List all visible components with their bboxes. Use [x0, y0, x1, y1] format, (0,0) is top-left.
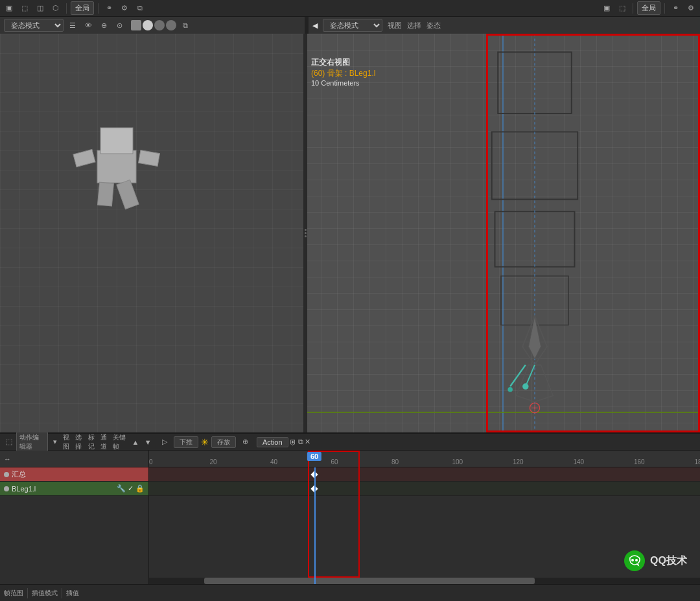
- view-btn[interactable]: 视图: [63, 433, 73, 451]
- options-icon-r[interactable]: ⚙: [684, 2, 697, 15]
- select-circle-icon[interactable]: ◫: [34, 2, 47, 15]
- bottom-left-toolbar: ⬚ 动作编辑器 ▾ 视图 选择 标记 通道 关键帧 ▲ ▼: [4, 432, 153, 453]
- close-icon[interactable]: ✕: [305, 438, 310, 446]
- bottom-toolbar: ⬚ 动作编辑器 ▾ 视图 选择 标记 通道 关键帧 ▲ ▼ ▷ 下推 ✳ 存放 …: [0, 434, 700, 451]
- select-box-icon[interactable]: ⬚: [18, 2, 31, 15]
- pose-mode-left[interactable]: 姿态模式: [4, 19, 64, 32]
- proportional-icon[interactable]: ⊙: [113, 19, 126, 32]
- svg-rect-4: [97, 182, 113, 206]
- left-viewport[interactable]: [0, 34, 305, 432]
- sep-dots: [305, 229, 307, 237]
- copy-icon[interactable]: ⧉: [298, 438, 303, 446]
- divider3: [633, 3, 633, 14]
- current-frame-container: 60: [314, 452, 329, 461]
- bottom-chevron[interactable]: ▾: [51, 436, 60, 449]
- divider2: [98, 3, 99, 14]
- shading-mat[interactable]: [154, 20, 165, 30]
- link-icon-r[interactable]: ⚭: [669, 2, 682, 15]
- channel-expand[interactable]: ↔: [4, 455, 11, 463]
- bottom-right-toolbar: ▷ 下推 ✳ 存放 ⊕ Action ⛨ ⧉ ✕: [156, 436, 696, 449]
- divider-vb1: [27, 588, 28, 598]
- view-menu[interactable]: 视图: [388, 21, 402, 30]
- up-arrow[interactable]: ▲: [130, 436, 140, 449]
- interp-mode-btn[interactable]: 插值模式: [32, 589, 58, 598]
- channel-btn[interactable]: 通道: [100, 433, 110, 451]
- action-name[interactable]: Action: [257, 437, 288, 447]
- svg-point-21: [631, 559, 634, 561]
- ruler-180: 180: [695, 458, 701, 465]
- down-arrow[interactable]: ▼: [143, 436, 153, 449]
- overlay-icon[interactable]: ⧉: [179, 19, 192, 32]
- view-scale: 10 Centimeters: [311, 79, 375, 87]
- right-viewport[interactable]: 正交右视图 (60) 骨架 : BLeg1.l 10 Centimeters: [305, 34, 700, 432]
- view-subtitle: (60) 骨架 : BLeg1.l: [311, 68, 375, 79]
- shading-solid[interactable]: [143, 20, 153, 30]
- svg-line-14: [510, 365, 526, 386]
- play-icon[interactable]: ▷: [158, 436, 171, 449]
- eye-icon[interactable]: 👁: [82, 19, 95, 32]
- select-lasso-icon[interactable]: ⬡: [49, 2, 62, 15]
- svg-rect-3: [138, 150, 159, 167]
- keyframe-rows: [149, 467, 700, 496]
- watermark-text: QQ技术: [650, 554, 687, 568]
- magnet-icon[interactable]: ⊕: [97, 19, 110, 32]
- svg-point-16: [522, 383, 528, 389]
- channel-list: ↔ 汇总 BLeg1.l 🔧 ✓ 🔒: [0, 451, 149, 584]
- pose-mode-right[interactable]: 姿态模式: [323, 19, 382, 32]
- shading-wire[interactable]: [131, 20, 141, 30]
- left-header: 姿态模式 ☰ 👁 ⊕ ⊙ ⧉: [0, 17, 305, 34]
- check-icon[interactable]: ✓: [128, 484, 134, 493]
- shading-render[interactable]: [166, 20, 176, 30]
- divider-vb2: [62, 588, 62, 598]
- viewport-icon[interactable]: ⧉: [134, 2, 146, 15]
- keyframe-row-summary: [149, 467, 700, 482]
- scrollbar-thumb[interactable]: [204, 578, 535, 584]
- sep-arrow[interactable]: ◀: [312, 21, 318, 30]
- timeline-scrollbar[interactable]: [149, 578, 700, 584]
- star-icon: ✳: [201, 437, 209, 447]
- shield-icon[interactable]: ⛨: [290, 438, 297, 446]
- global-select-btn-r[interactable]: 全局: [637, 1, 660, 15]
- select-btn[interactable]: 选择: [75, 433, 85, 451]
- top-toolbar-row1: ▣ ⬚ ◫ ⬡ 全局 ⚭ ⚙ ⧉ ▣ ⬚ 全局 ⚭ ⚙: [0, 0, 700, 17]
- interp-btn[interactable]: 插值: [66, 589, 79, 598]
- push-btn[interactable]: 下推: [174, 436, 198, 448]
- svg-rect-0: [97, 150, 136, 183]
- frame-range-btn[interactable]: 帧范围: [4, 589, 23, 598]
- svg-rect-8: [495, 211, 575, 266]
- bone-dot: [4, 486, 9, 491]
- bottom-icon[interactable]: ⬚: [4, 436, 14, 449]
- pose-menu[interactable]: 姿态: [426, 21, 441, 30]
- options-icon[interactable]: ⚙: [118, 2, 131, 15]
- ruler-80: 80: [391, 458, 399, 465]
- link-icon[interactable]: ⚭: [102, 2, 115, 15]
- channel-row-summary[interactable]: 汇总: [0, 467, 148, 482]
- svg-point-17: [508, 387, 513, 392]
- ruler-0: 0: [149, 458, 153, 465]
- channel-list-header: ↔: [0, 451, 148, 467]
- ruler-160: 160: [634, 458, 645, 465]
- wrench-icon[interactable]: 🔧: [117, 484, 126, 493]
- mode-icon[interactable]: ⊕: [239, 436, 251, 449]
- select-menu[interactable]: 选择: [407, 21, 421, 30]
- save-btn[interactable]: 存放: [211, 436, 236, 448]
- channel-row-bone[interactable]: BLeg1.l 🔧 ✓ 🔒: [0, 482, 148, 496]
- mark-btn[interactable]: 标记: [88, 433, 98, 451]
- viewport-separator[interactable]: [303, 34, 307, 432]
- main-area: 正交右视图 (60) 骨架 : BLeg1.l 10 Centimeters: [0, 34, 700, 432]
- current-frame-badge: 60: [307, 452, 321, 461]
- summary-dot: [4, 472, 9, 477]
- lock-icon[interactable]: 🔒: [135, 484, 145, 493]
- svg-marker-12: [529, 316, 541, 359]
- editor-type-label[interactable]: 动作编辑器: [16, 432, 47, 453]
- bone-channel-icons: 🔧 ✓ 🔒: [117, 484, 145, 493]
- keyframe-btn[interactable]: 关键帧: [113, 433, 128, 451]
- menu-icon[interactable]: ☰: [66, 19, 79, 32]
- ruler-140: 140: [574, 458, 585, 465]
- select-r-icon[interactable]: ⬚: [616, 2, 629, 15]
- character-svg: [52, 112, 181, 254]
- global-select-btn[interactable]: 全局: [71, 1, 94, 15]
- summary-name: 汇总: [12, 469, 145, 479]
- divider1: [66, 3, 67, 14]
- timeline-area[interactable]: 60 0 20 40 60 80 100 120 140 160 180: [149, 451, 700, 584]
